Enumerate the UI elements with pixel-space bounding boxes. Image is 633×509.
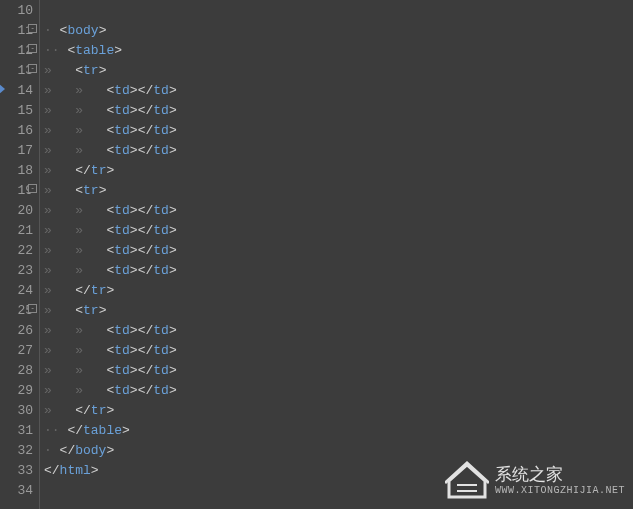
- code-line[interactable]: » » <td></td>: [44, 320, 633, 340]
- tag-name: body: [67, 23, 98, 38]
- fold-toggle-icon[interactable]: -: [28, 184, 37, 193]
- code-line[interactable]: » » <td></td>: [44, 380, 633, 400]
- tag-bracket: <: [106, 223, 114, 238]
- code-line[interactable]: » » <td></td>: [44, 360, 633, 380]
- tag-name: td: [114, 383, 130, 398]
- gutter-row[interactable]: 10: [0, 0, 39, 20]
- gutter-row[interactable]: 25-: [0, 300, 39, 320]
- code-line[interactable]: » » <td></td>: [44, 140, 633, 160]
- gutter-row[interactable]: 16: [0, 120, 39, 140]
- gutter-row[interactable]: 23: [0, 260, 39, 280]
- code-line[interactable]: » </tr>: [44, 280, 633, 300]
- gutter-row[interactable]: 12-: [0, 40, 39, 60]
- code-line[interactable]: ·· </table>: [44, 420, 633, 440]
- code-line[interactable]: » » <td></td>: [44, 80, 633, 100]
- tag-bracket: <: [106, 383, 114, 398]
- code-line[interactable]: » » <td></td>: [44, 220, 633, 240]
- code-line[interactable]: » » <td></td>: [44, 240, 633, 260]
- tag-bracket: >: [130, 103, 138, 118]
- fold-toggle-icon[interactable]: -: [28, 24, 37, 33]
- tag-bracket: >: [106, 283, 114, 298]
- tag-bracket: >: [130, 143, 138, 158]
- code-line[interactable]: » » <td></td>: [44, 260, 633, 280]
- tag-name: td: [114, 263, 130, 278]
- code-line[interactable]: » » <td></td>: [44, 340, 633, 360]
- code-line[interactable]: » </tr>: [44, 400, 633, 420]
- code-line[interactable]: » <tr>: [44, 180, 633, 200]
- tag-bracket: >: [169, 143, 177, 158]
- code-line[interactable]: » » <td></td>: [44, 200, 633, 220]
- tag-name: td: [153, 383, 169, 398]
- tag-bracket: >: [169, 223, 177, 238]
- gutter-row[interactable]: 21: [0, 220, 39, 240]
- gutter-row[interactable]: 30: [0, 400, 39, 420]
- tag-name: td: [114, 363, 130, 378]
- whitespace-marker: » »: [44, 83, 106, 98]
- tag-bracket: >: [169, 123, 177, 138]
- line-number-gutter[interactable]: 1011-12-13-141516171819-202122232425-262…: [0, 0, 40, 509]
- whitespace-marker: » »: [44, 263, 106, 278]
- tag-bracket: >: [99, 183, 107, 198]
- current-line-marker-icon: [0, 84, 5, 94]
- tag-bracket: >: [130, 263, 138, 278]
- tag-bracket: </: [138, 123, 154, 138]
- fold-toggle-icon[interactable]: -: [28, 64, 37, 73]
- tag-bracket: <: [106, 343, 114, 358]
- whitespace-marker: » »: [44, 123, 106, 138]
- tag-name: td: [153, 343, 169, 358]
- gutter-row[interactable]: 18: [0, 160, 39, 180]
- tag-bracket: >: [130, 203, 138, 218]
- line-number: 33: [17, 463, 33, 478]
- code-line[interactable]: » » <td></td>: [44, 100, 633, 120]
- tag-name: td: [153, 143, 169, 158]
- gutter-row[interactable]: 20: [0, 200, 39, 220]
- code-line[interactable]: » <tr>: [44, 60, 633, 80]
- gutter-row[interactable]: 31: [0, 420, 39, 440]
- code-area[interactable]: · <body>·· <table>» <tr>» » <td></td>» »…: [40, 0, 633, 509]
- tag-name: table: [83, 423, 122, 438]
- code-line[interactable]: » </tr>: [44, 160, 633, 180]
- fold-toggle-icon[interactable]: -: [28, 44, 37, 53]
- tag-bracket: </: [138, 323, 154, 338]
- tag-name: td: [153, 123, 169, 138]
- tag-bracket: </: [138, 103, 154, 118]
- gutter-row[interactable]: 15: [0, 100, 39, 120]
- line-number: 27: [17, 343, 33, 358]
- gutter-row[interactable]: 11-: [0, 20, 39, 40]
- gutter-row[interactable]: 14: [0, 80, 39, 100]
- whitespace-marker: »: [44, 63, 75, 78]
- gutter-row[interactable]: 24: [0, 280, 39, 300]
- code-line[interactable]: · <body>: [44, 20, 633, 40]
- tag-bracket: >: [169, 83, 177, 98]
- whitespace-marker: »: [44, 303, 75, 318]
- gutter-row[interactable]: 19-: [0, 180, 39, 200]
- code-line[interactable]: » <tr>: [44, 300, 633, 320]
- code-line[interactable]: </html>: [44, 460, 633, 480]
- tag-name: html: [60, 463, 91, 478]
- gutter-row[interactable]: 29: [0, 380, 39, 400]
- tag-bracket: </: [60, 443, 76, 458]
- code-editor[interactable]: 1011-12-13-141516171819-202122232425-262…: [0, 0, 633, 509]
- line-number: 10: [17, 3, 33, 18]
- gutter-row[interactable]: 27: [0, 340, 39, 360]
- code-line[interactable]: [44, 0, 633, 20]
- gutter-row[interactable]: 32: [0, 440, 39, 460]
- gutter-row[interactable]: 28: [0, 360, 39, 380]
- tag-bracket: </: [138, 363, 154, 378]
- tag-bracket: >: [169, 323, 177, 338]
- line-number: 24: [17, 283, 33, 298]
- code-line[interactable]: ·· <table>: [44, 40, 633, 60]
- gutter-row[interactable]: 26: [0, 320, 39, 340]
- gutter-row[interactable]: 13-: [0, 60, 39, 80]
- code-line[interactable]: · </body>: [44, 440, 633, 460]
- fold-toggle-icon[interactable]: -: [28, 304, 37, 313]
- code-line[interactable]: » » <td></td>: [44, 120, 633, 140]
- code-line[interactable]: [44, 480, 633, 500]
- tag-bracket: </: [138, 243, 154, 258]
- gutter-row[interactable]: 34: [0, 480, 39, 500]
- tag-bracket: <: [106, 323, 114, 338]
- gutter-row[interactable]: 22: [0, 240, 39, 260]
- gutter-row[interactable]: 17: [0, 140, 39, 160]
- line-number: 26: [17, 323, 33, 338]
- gutter-row[interactable]: 33: [0, 460, 39, 480]
